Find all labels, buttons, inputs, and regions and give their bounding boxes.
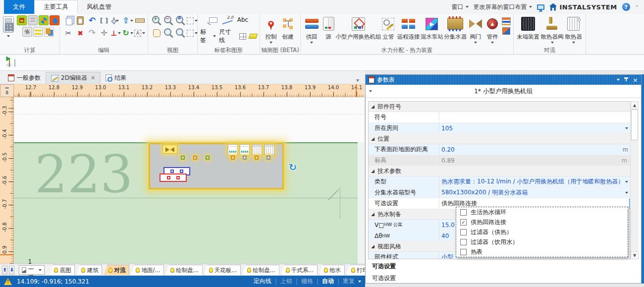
zoom-in-button[interactable]: +: [151, 15, 162, 26]
selection-dropdown-icon[interactable]: [369, 90, 372, 92]
node-tool-button[interactable]: [110, 15, 121, 26]
chevron-down-icon[interactable]: [625, 192, 628, 194]
close-tab-icon[interactable]: ✕: [91, 75, 95, 81]
help-button[interactable]: ?: [622, 3, 630, 11]
checkbox[interactable]: [460, 249, 467, 255]
floor-selector[interactable]: 1 一层: [19, 265, 45, 275]
collapse-ribbon-button[interactable]: ⌃: [635, 4, 639, 10]
paste-button[interactable]: [75, 15, 86, 26]
delete-button[interactable]: ✖: [75, 28, 86, 38]
tab-main-tools[interactable]: 主要工具: [34, 0, 78, 14]
pan-button[interactable]: [151, 28, 162, 38]
cooling-icon[interactable]: [39, 15, 49, 25]
toggle-orientation-line[interactable]: 定向线: [254, 277, 271, 286]
select-area-button[interactable]: A: [134, 28, 145, 38]
zoom-all-button[interactable]: A: [175, 15, 186, 26]
zoom-next-button[interactable]: [175, 28, 186, 38]
pipe-marks-icon[interactable]: [33, 27, 43, 37]
copy-button[interactable]: [63, 15, 74, 26]
close-panel-icon[interactable]: ×: [633, 76, 638, 84]
checkbox[interactable]: [460, 239, 467, 245]
layer-tab-architecture[interactable]: 建筑: [76, 265, 102, 275]
connection-point[interactable]: [231, 156, 235, 160]
toggle-lock[interactable]: 上锁: [280, 277, 292, 286]
device-symbol[interactable]: [240, 144, 250, 155]
vertical-ruler[interactable]: -0.3 -0.4 -0.5 -0.6 -0.7 -0.8 -0.9: [0, 97, 14, 264]
connection-point[interactable]: [243, 156, 247, 160]
tab-list-dropdown[interactable]: ▾: [356, 77, 359, 84]
rotate-handle[interactable]: ↻: [289, 162, 297, 172]
scroll-down-icon[interactable]: ▼: [631, 251, 639, 259]
layer-tab-ceiling[interactable]: 天花板...: [204, 265, 241, 275]
layer-tab-coils-1[interactable]: 绘制盘...: [165, 265, 202, 275]
radiator-valve-button[interactable]: 散热器阀: [540, 15, 564, 44]
table-icon[interactable]: [239, 33, 247, 40]
monitor-layout-icon[interactable]: [537, 4, 544, 10]
manifold-button[interactable]: 分集水器: [444, 15, 467, 41]
chevron-down-icon[interactable]: [7, 35, 10, 37]
layer-tab-convection[interactable]: 对流: [104, 265, 129, 275]
layer-tab-dry-system[interactable]: 干式系...: [281, 265, 318, 275]
supply-return-button[interactable]: 供回: [303, 15, 320, 44]
warning-icon[interactable]: [4, 278, 12, 285]
source-button[interactable]: 源: [320, 15, 337, 41]
property-value[interactable]: 105: [439, 125, 625, 132]
yellow-tag-icon[interactable]: [249, 34, 258, 39]
layer-down-button[interactable]: ⬇: [9, 266, 14, 275]
tab-2d-editor[interactable]: 2D编辑器 ✕: [46, 72, 101, 84]
redo-button[interactable]: ↷: [87, 28, 98, 38]
abc-text-icon[interactable]: Abc: [237, 16, 248, 23]
connection-point[interactable]: [255, 156, 259, 160]
connection-point[interactable]: [193, 156, 197, 160]
dropdown-item-filter-potable[interactable]: 过滤器（饮用水）: [456, 237, 628, 247]
property-value[interactable]: 热水需求量：10-12 l/min / 小型户用换热机组（用于地暖和散热器）: [439, 177, 625, 186]
layer-tab-water-supply[interactable]: 给水: [319, 265, 345, 275]
fittings-button[interactable]: ▲ 管件: [484, 15, 501, 44]
device-symbol[interactable]: [265, 144, 274, 155]
dimension-line-button[interactable]: 尺寸线: [219, 28, 236, 45]
toggle-auto[interactable]: 自动: [322, 277, 334, 286]
radiator-button[interactable]: 散热器: [564, 15, 583, 44]
swap-components-icon[interactable]: [502, 27, 510, 35]
toggle-repeat[interactable]: 重复: [343, 277, 355, 286]
horizontal-ruler[interactable]: 12.7 12.8 12.9 13.0 13.1 13.2 13.3 13.4 …: [14, 84, 364, 97]
small-fittings-icon[interactable]: [502, 17, 511, 25]
align-button[interactable]: ⊥: [110, 28, 121, 38]
layer-tab-base[interactable]: 底图: [49, 265, 75, 275]
zoom-previous-button[interactable]: [163, 28, 174, 38]
property-value[interactable]: 580x1300x200 / 明装分水器箱: [439, 188, 625, 197]
connection-point[interactable]: [181, 156, 185, 160]
undo-button[interactable]: ↶: [87, 15, 98, 26]
window-menu[interactable]: 窗口: [452, 3, 469, 11]
chevron-down-icon[interactable]: [625, 127, 628, 129]
dropdown-item-dhw-circulation[interactable]: 生活热水循环: [456, 207, 628, 217]
layout-menu[interactable]: 更改屏幕的窗口布置: [474, 3, 532, 11]
manifold-return-symbol[interactable]: [160, 173, 187, 182]
chevron-down-icon[interactable]: [625, 181, 628, 183]
property-row-manifold-box-model[interactable]: 分集水器箱型号 580x1300x200 / 明装分水器箱: [369, 187, 638, 198]
valve-symbol[interactable]: [162, 145, 177, 154]
mixing-station-button[interactable]: ▶ 混水泵站: [420, 15, 443, 41]
scroll-up-icon[interactable]: ▲: [631, 101, 639, 109]
device-symbol[interactable]: [252, 144, 262, 155]
dropdown-item-heating-circuit[interactable]: ✓ 供热回路连接: [456, 217, 628, 227]
property-value[interactable]: 0.20: [439, 146, 623, 153]
zoom-window-button[interactable]: [187, 15, 198, 26]
new-file-button[interactable]: [14, 59, 15, 66]
move-button[interactable]: ✛: [99, 28, 109, 38]
create-button[interactable]: 创建: [279, 15, 296, 41]
layer-tab-coils-2[interactable]: 绘制盘...: [242, 265, 279, 275]
heat-interface-unit-button[interactable]: 小型户用换热机组: [337, 15, 380, 41]
connection-point[interactable]: [206, 156, 210, 160]
select-brackets-button[interactable]: [ ]: [99, 15, 109, 26]
dimension-icon[interactable]: 2.0: [221, 15, 233, 24]
property-row-distance-to-floor[interactable]: 下表面距地面的距离 0.20 m: [369, 144, 638, 155]
property-row-room[interactable]: 所在房间 105: [369, 123, 638, 134]
dropdown-item-heat-meter[interactable]: 热表: [456, 247, 628, 257]
heating-load-icon[interactable]: [17, 15, 27, 25]
panel-scrollbar[interactable]: ▲ ▼: [630, 101, 639, 259]
property-row-type[interactable]: 类型 热水需求量：10-12 l/min / 小型户用换热机组（用于地暖和散热器…: [369, 176, 638, 187]
ruler-corner[interactable]: ↔ 8: [0, 84, 14, 97]
tab-fan-coil[interactable]: 风机盘管: [78, 0, 120, 14]
section-component-symbol[interactable]: 部件符号: [369, 102, 638, 112]
